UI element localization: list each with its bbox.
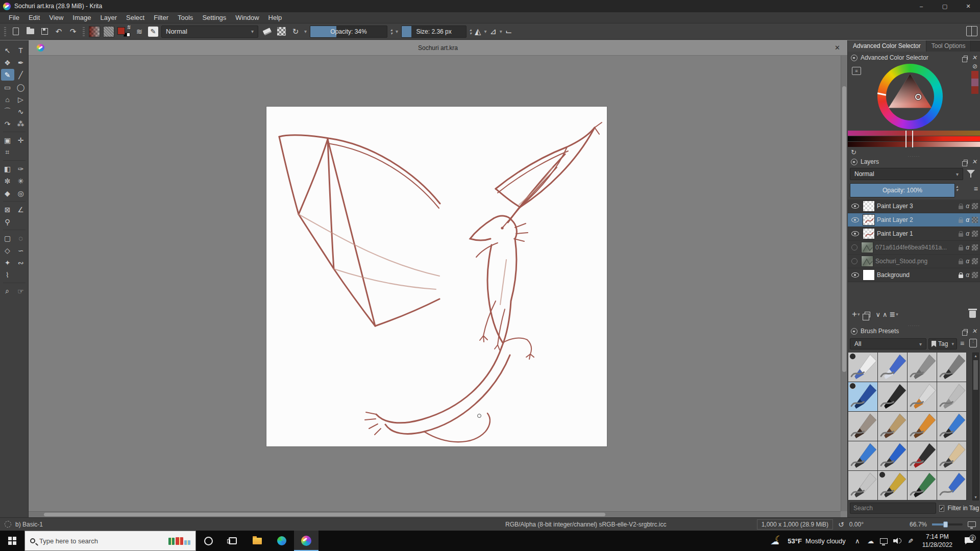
menu-image[interactable]: Image [68, 14, 95, 21]
text-tool[interactable]: T [14, 44, 28, 56]
brush-preset-ink-pen-blue[interactable]: ✎ [848, 382, 877, 411]
layer-unlocked-icon[interactable] [959, 233, 963, 237]
filter-in-tag-checkbox[interactable]: ✓ [939, 505, 944, 512]
rect-select-tool[interactable]: ▢ [1, 232, 14, 244]
shade-selector-bars[interactable] [848, 131, 980, 147]
opacity-spinner[interactable]: ▴▾ [390, 28, 393, 35]
freehand-select-tool[interactable]: ∽ [14, 244, 28, 256]
dynamic-brush-tool[interactable]: ↷ [1, 118, 14, 130]
brush-preset-eraser-soft[interactable] [908, 353, 937, 382]
lock-docker-icon[interactable] [851, 55, 857, 61]
layer-row[interactable]: Paint Layer 3α [848, 199, 980, 213]
move-layer-up-button[interactable]: ∧ [883, 311, 888, 318]
reload-preset-button[interactable]: ↻ [290, 26, 301, 37]
scroll-down-icon[interactable]: ▾ [973, 495, 978, 499]
vertical-scrollbar[interactable] [841, 56, 847, 511]
zoom-slider[interactable] [932, 523, 963, 525]
shade-bar-1[interactable] [848, 131, 980, 136]
krita-taskbar-button[interactable] [294, 531, 318, 551]
open-document-button[interactable] [24, 26, 36, 37]
layer-opacity-spinner[interactable]: ▴▾ [956, 185, 958, 192]
layer-unlocked-icon[interactable] [959, 261, 963, 264]
layer-unlocked-icon[interactable] [959, 206, 963, 209]
undo-button[interactable]: ↶ [53, 26, 64, 37]
polygon-tool[interactable]: ⌂ [1, 93, 14, 105]
pan-tool[interactable]: ☞ [14, 285, 28, 297]
layer-row[interactable]: Sochuri_Stood.pngα [848, 255, 980, 268]
size-spinner[interactable]: ▴▾ [470, 28, 472, 35]
preserve-alpha-button[interactable] [276, 26, 287, 37]
layer-visible-icon[interactable] [851, 217, 859, 222]
brush-preset-pencil-3b[interactable] [878, 441, 907, 470]
ellipse-tool[interactable]: ◯ [14, 81, 28, 93]
ellipse-select-tool[interactable]: ◌ [14, 232, 28, 244]
canvas-rotation-icon[interactable]: ↺ [838, 520, 844, 529]
presets-scrollbar-thumb[interactable] [973, 360, 978, 390]
rectangle-tool[interactable]: ▭ [1, 81, 14, 93]
brush-tag-filter-dropdown[interactable]: All ▾ [850, 338, 926, 349]
task-view-button[interactable] [220, 531, 245, 551]
freehand-brush-tool[interactable]: ✎ [1, 69, 14, 81]
float-docker-icon[interactable] [964, 56, 968, 60]
foreground-background-colors[interactable]: ⇅ [117, 26, 131, 38]
menu-window[interactable]: Window [231, 14, 263, 21]
volume-icon[interactable] [891, 538, 904, 544]
edit-brush-settings-button[interactable]: ✎ [148, 27, 158, 37]
similar-select-tool[interactable]: ✦ [1, 257, 14, 268]
recent-color-swatch[interactable] [971, 79, 978, 86]
onedrive-cloud-icon[interactable]: ☁ [864, 537, 877, 545]
start-button[interactable] [0, 531, 24, 551]
layer-row[interactable]: Backgroundα [848, 268, 980, 282]
mirror-horizontal-button[interactable]: ◭ [475, 27, 481, 36]
add-layer-button[interactable]: +▾ [852, 309, 860, 319]
inherit-alpha-icon[interactable] [972, 272, 978, 278]
color-selector-settings-icon[interactable]: ≡ [852, 67, 861, 75]
layer-unlocked-icon[interactable] [959, 247, 963, 251]
float-docker-icon[interactable] [964, 329, 968, 333]
layer-locked-icon[interactable] [959, 274, 963, 278]
layer-alpha-icon[interactable]: α [966, 203, 969, 210]
layer-properties-button[interactable]: ≣▾ [890, 310, 898, 318]
float-docker-icon[interactable] [964, 160, 968, 164]
close-docker-icon[interactable]: ✕ [972, 158, 977, 165]
layer-alpha-icon[interactable]: α [966, 271, 969, 279]
cortana-button[interactable] [196, 531, 220, 551]
measure-tool[interactable]: ∠ [14, 204, 28, 215]
presets-menu-icon[interactable]: ≡ [960, 339, 964, 347]
inherit-alpha-icon[interactable] [972, 258, 978, 264]
brush-preset-eraser-block[interactable]: ✎ [848, 353, 877, 382]
menu-view[interactable]: View [44, 14, 68, 21]
toolbar-grip[interactable] [4, 27, 6, 36]
brush-preset-pen-fine[interactable] [908, 382, 937, 411]
pattern-chooser[interactable] [103, 26, 114, 37]
crop-tool[interactable]: ⌗ [1, 146, 14, 158]
chevron-down-icon[interactable]: ▾ [500, 29, 502, 34]
holiday-gifts-icon[interactable] [168, 537, 190, 545]
image-dimensions[interactable]: 1,000 x 1,000 (28.9 MiB) [757, 519, 833, 530]
tab-advanced-color-selector[interactable]: Advanced Color Selector [848, 40, 926, 52]
presets-scrollbar[interactable]: ▴ ▾ [972, 353, 979, 500]
layer-row[interactable]: Paint Layer 1α [848, 227, 980, 241]
menu-select[interactable]: Select [121, 14, 149, 21]
tab-tool-options[interactable]: Tool Options [926, 40, 971, 52]
assistants-tool[interactable]: ⊠ [1, 204, 14, 215]
mirror-vertical-button[interactable]: ⊿ [489, 27, 496, 36]
shade-bar-2[interactable] [848, 136, 980, 141]
multibrush-tool[interactable]: ⁂ [14, 118, 28, 130]
preset-search-input[interactable] [850, 503, 936, 514]
calligraphy-tool[interactable]: ✒ [14, 57, 28, 68]
canvas-page[interactable] [266, 107, 607, 446]
zoom-slider-thumb[interactable] [943, 521, 948, 528]
trim-to-image-button[interactable]: ⌙ [505, 27, 512, 36]
menu-file[interactable]: File [4, 14, 24, 21]
transform-tool[interactable]: ▣ [1, 134, 14, 146]
hue-ring[interactable] [877, 64, 943, 129]
delete-layer-button[interactable] [969, 311, 976, 318]
fill-tool[interactable]: ◆ [1, 187, 14, 199]
brush-preset-fountain-pen[interactable] [937, 471, 966, 500]
toolbar-grip[interactable] [83, 27, 85, 36]
tray-chevron-icon[interactable]: ∧ [851, 537, 864, 545]
taskbar-clock[interactable]: 7:14 PM 11/28/2022 [917, 533, 958, 549]
swap-colors-icon[interactable]: ⇅ [127, 24, 131, 30]
brush-preset-pencil-black[interactable] [908, 441, 937, 470]
